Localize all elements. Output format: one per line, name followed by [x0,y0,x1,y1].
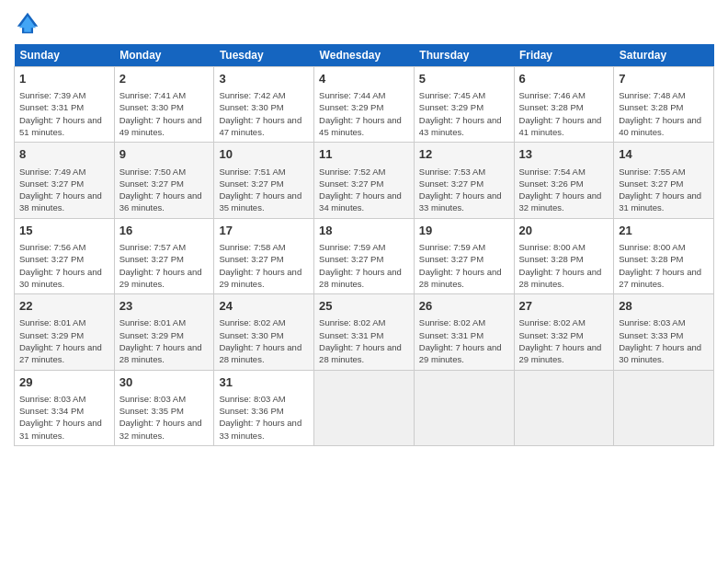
col-header-monday: Monday [114,44,214,67]
day-number: 18 [319,223,409,239]
day-number: 3 [219,71,309,87]
calendar-cell: 20Sunrise: 8:00 AMSunset: 3:28 PMDayligh… [514,218,614,293]
cell-info: Sunrise: 7:42 AMSunset: 3:30 PMDaylight:… [219,89,309,138]
col-header-sunday: Sunday [15,44,115,67]
calendar-cell: 30Sunrise: 8:03 AMSunset: 3:35 PMDayligh… [114,370,214,445]
calendar-cell: 14Sunrise: 7:55 AMSunset: 3:27 PMDayligh… [614,143,714,218]
calendar-cell: 28Sunrise: 8:03 AMSunset: 3:33 PMDayligh… [614,294,714,370]
col-header-friday: Friday [514,44,614,67]
calendar-cell: 22Sunrise: 8:01 AMSunset: 3:29 PMDayligh… [15,294,115,370]
calendar-cell: 2Sunrise: 7:41 AMSunset: 3:30 PMDaylight… [114,67,214,143]
day-number: 23 [119,298,210,315]
day-number: 21 [619,223,709,239]
day-number: 4 [319,71,409,87]
calendar-cell: 29Sunrise: 8:03 AMSunset: 3:34 PMDayligh… [15,370,115,445]
calendar-cell: 17Sunrise: 7:58 AMSunset: 3:27 PMDayligh… [214,218,314,293]
cell-info: Sunrise: 7:51 AMSunset: 3:27 PMDaylight:… [219,166,309,214]
day-number: 8 [19,146,109,163]
cell-info: Sunrise: 7:59 AMSunset: 3:27 PMDaylight:… [319,241,409,290]
cell-info: Sunrise: 8:00 AMSunset: 3:28 PMDaylight:… [619,241,709,290]
calendar-cell: 21Sunrise: 8:00 AMSunset: 3:28 PMDayligh… [614,218,714,293]
logo [14,9,45,37]
calendar-cell: 15Sunrise: 7:56 AMSunset: 3:27 PMDayligh… [15,218,115,293]
calendar-cell: 19Sunrise: 7:59 AMSunset: 3:27 PMDayligh… [414,218,514,293]
day-number: 9 [119,146,210,163]
cell-info: Sunrise: 7:46 AMSunset: 3:28 PMDaylight:… [519,89,609,138]
cell-info: Sunrise: 7:54 AMSunset: 3:26 PMDaylight:… [519,166,609,214]
day-number: 14 [619,146,709,163]
day-number: 16 [119,223,210,239]
day-number: 1 [19,71,109,87]
cell-info: Sunrise: 7:57 AMSunset: 3:27 PMDaylight:… [119,241,210,290]
cell-info: Sunrise: 7:59 AMSunset: 3:27 PMDaylight:… [419,241,509,290]
calendar-header-row: SundayMondayTuesdayWednesdayThursdayFrid… [15,44,714,67]
cell-info: Sunrise: 8:02 AMSunset: 3:32 PMDaylight:… [519,316,609,365]
page-container: SundayMondayTuesdayWednesdayThursdayFrid… [0,0,728,563]
cell-info: Sunrise: 8:03 AMSunset: 3:33 PMDaylight:… [619,316,709,365]
calendar-cell: 31Sunrise: 8:03 AMSunset: 3:36 PMDayligh… [214,370,314,445]
calendar-cell: 25Sunrise: 8:02 AMSunset: 3:31 PMDayligh… [314,294,415,370]
calendar-cell: 27Sunrise: 8:02 AMSunset: 3:32 PMDayligh… [514,294,614,370]
day-number: 26 [419,298,509,315]
col-header-tuesday: Tuesday [214,44,314,67]
col-header-wednesday: Wednesday [314,44,415,67]
cell-info: Sunrise: 8:03 AMSunset: 3:36 PMDaylight:… [219,393,309,442]
calendar-cell: 8Sunrise: 7:49 AMSunset: 3:27 PMDaylight… [15,143,115,218]
cell-info: Sunrise: 8:01 AMSunset: 3:29 PMDaylight:… [19,316,109,365]
cell-info: Sunrise: 7:44 AMSunset: 3:29 PMDaylight:… [319,89,409,138]
calendar-cell: 18Sunrise: 7:59 AMSunset: 3:27 PMDayligh… [314,218,415,293]
week-row-1: 1Sunrise: 7:39 AMSunset: 3:31 PMDaylight… [15,67,714,143]
day-number: 10 [219,146,309,163]
calendar-cell: 13Sunrise: 7:54 AMSunset: 3:26 PMDayligh… [514,143,614,218]
day-number: 27 [519,298,609,315]
week-row-3: 15Sunrise: 7:56 AMSunset: 3:27 PMDayligh… [15,218,714,293]
col-header-saturday: Saturday [614,44,714,67]
day-number: 28 [619,298,709,315]
calendar-cell: 9Sunrise: 7:50 AMSunset: 3:27 PMDaylight… [114,143,214,218]
calendar-cell [414,370,514,445]
day-number: 7 [619,71,709,87]
cell-info: Sunrise: 7:39 AMSunset: 3:31 PMDaylight:… [19,89,109,138]
calendar-cell: 6Sunrise: 7:46 AMSunset: 3:28 PMDaylight… [514,67,614,143]
calendar-cell [614,370,714,445]
calendar-cell: 24Sunrise: 8:02 AMSunset: 3:30 PMDayligh… [214,294,314,370]
cell-info: Sunrise: 7:52 AMSunset: 3:27 PMDaylight:… [319,166,409,214]
calendar-cell: 26Sunrise: 8:02 AMSunset: 3:31 PMDayligh… [414,294,514,370]
cell-info: Sunrise: 8:02 AMSunset: 3:30 PMDaylight:… [219,316,309,365]
logo-icon [14,9,41,37]
day-number: 5 [419,71,509,87]
calendar-cell: 10Sunrise: 7:51 AMSunset: 3:27 PMDayligh… [214,143,314,218]
calendar-cell: 4Sunrise: 7:44 AMSunset: 3:29 PMDaylight… [314,67,415,143]
cell-info: Sunrise: 7:49 AMSunset: 3:27 PMDaylight:… [19,166,109,214]
calendar-cell: 1Sunrise: 7:39 AMSunset: 3:31 PMDaylight… [15,67,115,143]
cell-info: Sunrise: 8:02 AMSunset: 3:31 PMDaylight:… [319,316,409,365]
cell-info: Sunrise: 7:55 AMSunset: 3:27 PMDaylight:… [619,166,709,214]
day-number: 20 [519,223,609,239]
cell-info: Sunrise: 7:50 AMSunset: 3:27 PMDaylight:… [119,166,210,214]
calendar-cell: 11Sunrise: 7:52 AMSunset: 3:27 PMDayligh… [314,143,415,218]
calendar-table: SundayMondayTuesdayWednesdayThursdayFrid… [14,44,714,446]
day-number: 6 [519,71,609,87]
calendar-cell [314,370,415,445]
calendar-cell: 5Sunrise: 7:45 AMSunset: 3:29 PMDaylight… [414,67,514,143]
day-number: 22 [19,298,109,315]
day-number: 15 [19,223,109,239]
cell-info: Sunrise: 8:02 AMSunset: 3:31 PMDaylight:… [419,316,509,365]
col-header-thursday: Thursday [414,44,514,67]
week-row-5: 29Sunrise: 8:03 AMSunset: 3:34 PMDayligh… [15,370,714,445]
day-number: 13 [519,146,609,163]
day-number: 31 [219,374,309,391]
calendar-cell: 16Sunrise: 7:57 AMSunset: 3:27 PMDayligh… [114,218,214,293]
week-row-4: 22Sunrise: 8:01 AMSunset: 3:29 PMDayligh… [15,294,714,370]
cell-info: Sunrise: 7:56 AMSunset: 3:27 PMDaylight:… [19,241,109,290]
day-number: 25 [319,298,409,315]
cell-info: Sunrise: 8:03 AMSunset: 3:35 PMDaylight:… [119,393,210,442]
calendar-cell: 7Sunrise: 7:48 AMSunset: 3:28 PMDaylight… [614,67,714,143]
day-number: 29 [19,374,109,391]
day-number: 24 [219,298,309,315]
cell-info: Sunrise: 7:48 AMSunset: 3:28 PMDaylight:… [619,89,709,138]
day-number: 17 [219,223,309,239]
cell-info: Sunrise: 7:53 AMSunset: 3:27 PMDaylight:… [419,166,509,214]
cell-info: Sunrise: 7:45 AMSunset: 3:29 PMDaylight:… [419,89,509,138]
header [14,9,714,37]
